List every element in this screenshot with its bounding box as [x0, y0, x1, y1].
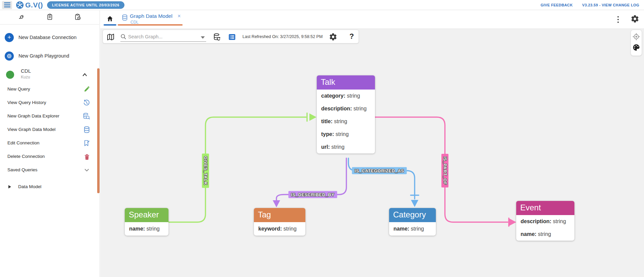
edge-gives-talk[interactable]: [168, 113, 316, 222]
settings-gear-icon[interactable]: [631, 14, 639, 25]
plus-icon: +: [5, 33, 14, 42]
connection-cdl[interactable]: CDL Kuzu: [0, 67, 98, 83]
node-title: Talk: [317, 75, 375, 90]
node-speaker[interactable]: Speaker namestring: [125, 208, 168, 236]
minimap-icon[interactable]: [107, 33, 115, 42]
top-bar: G.V() LICENSE ACTIVE UNTIL 20/03/2026 GI…: [0, 0, 644, 10]
tab-title: Graph Data Model: [130, 13, 173, 19]
last-refreshed-text: Last Refreshed On: 3/27/2025, 9:58:52 PM: [242, 34, 323, 39]
node-property: descriptionstring: [317, 102, 375, 115]
sidebar: + New Database Connection New Graph Play…: [0, 25, 100, 277]
node-title: Category: [389, 208, 436, 222]
query-history-clipboard-clock-icon[interactable]: [74, 13, 81, 22]
edge-is-categorized-as[interactable]: [348, 158, 419, 207]
node-property: descriptionstring: [516, 215, 574, 228]
history-clock-icon: [83, 99, 90, 108]
topbar-links: GIVE FEEDBACK V3.23.59 - VIEW CHANGE LOG: [540, 3, 644, 7]
connection-accent-strip: [97, 68, 100, 193]
home-tab-indicator: [104, 24, 116, 26]
chip-icon: [5, 51, 14, 61]
database-icon: [122, 14, 128, 22]
sidebar-item-view-query-history[interactable]: View Query History: [0, 96, 98, 110]
license-badge: LICENSE ACTIVE UNTIL 20/03/2026: [47, 1, 124, 9]
database-search-icon: [83, 113, 90, 121]
chevron-down-icon: [83, 167, 90, 175]
gv-app: G.V() LICENSE ACTIVE UNTIL 20/03/2026 GI…: [0, 0, 644, 277]
sidebar-item-new-query[interactable]: New Query: [0, 83, 98, 96]
node-property: namestring: [516, 228, 574, 241]
connection-name: CDL: [21, 68, 31, 74]
node-property: categorystring: [317, 90, 375, 102]
sidebar-item-data-model[interactable]: Data Model: [0, 181, 98, 194]
node-category[interactable]: Category namestring: [389, 208, 436, 236]
tab-bar: Graph Data Model × CDL: [100, 10, 644, 29]
tab-overflow-menu-icon[interactable]: [614, 15, 622, 24]
tab-home[interactable]: [104, 13, 116, 25]
edge-label-gives-talk[interactable]: GIVES_TALK: [202, 153, 209, 188]
sidebar-item-saved-queries[interactable]: Saved Queries: [0, 164, 98, 177]
sidebar-item-view-graph-data-model[interactable]: View Graph Data Model: [0, 123, 98, 137]
expand-caret-icon[interactable]: [8, 185, 11, 188]
edge-label-is-described-by[interactable]: IS_DESCRIBED_BY: [289, 191, 337, 198]
new-query-pen-icon: [83, 86, 90, 94]
hamburger-menu-button[interactable]: [2, 1, 12, 9]
edge-label-is-categorized-as[interactable]: IS_CATEGORIZED_AS: [352, 167, 407, 174]
give-feedback-link[interactable]: GIVE FEEDBACK: [540, 3, 573, 7]
new-graph-playground-label: New Graph Playground: [18, 53, 69, 59]
bookmark-edit-icon: [83, 140, 90, 148]
search-underline: [120, 41, 206, 42]
logo-text: G.V(): [25, 1, 43, 9]
node-property: namestring: [389, 222, 436, 236]
connection-status-dot: [6, 71, 14, 79]
node-title: Event: [516, 201, 574, 215]
connection-type: Kuzu: [21, 75, 30, 79]
queries-clipboard-icon[interactable]: [46, 13, 53, 22]
canvas-toolbar: Last Refreshed On: 3/27/2025, 9:58:52 PM…: [103, 30, 359, 43]
node-property: keywordstring: [254, 222, 305, 236]
sidebar-item-delete-connection[interactable]: Delete Connection: [0, 150, 98, 164]
tab-subtitle: CDL: [130, 20, 139, 25]
node-property: namestring: [125, 222, 168, 236]
chevron-up-icon[interactable]: [81, 71, 88, 79]
node-property: titlestring: [317, 115, 375, 128]
new-graph-playground-button[interactable]: New Graph Playground: [0, 48, 98, 64]
table-view-icon[interactable]: [228, 33, 236, 42]
refresh-schema-icon[interactable]: [213, 33, 221, 43]
search-input[interactable]: [128, 33, 195, 41]
active-tab-indicator: [118, 24, 183, 26]
database-icon: [83, 126, 90, 135]
node-property: typestring: [317, 128, 375, 141]
app-logo: G.V(): [16, 1, 43, 9]
center-viewport-crosshair-icon[interactable]: [632, 33, 640, 42]
sidebar-item-edit-connection[interactable]: Edit Connection: [0, 137, 98, 150]
sidebar-header: [0, 10, 100, 25]
node-property: urlstring: [317, 141, 375, 153]
edge-is-described-by[interactable]: [273, 158, 346, 207]
logo-graph-icon: [16, 1, 24, 9]
canvas-side-panel: [631, 30, 642, 56]
new-database-connection-button[interactable]: + New Database Connection: [0, 29, 98, 45]
node-event[interactable]: Event descriptionstring namestring: [516, 201, 574, 241]
version-changelog-link[interactable]: V3.23.59 - VIEW CHANGE LOG: [582, 3, 639, 7]
trash-icon: [84, 153, 90, 162]
node-title: Speaker: [125, 208, 168, 222]
edge-label-is-part-of[interactable]: IS_PART_OF: [442, 154, 449, 187]
style-palette-icon[interactable]: [632, 43, 640, 53]
new-database-connection-label: New Database Connection: [18, 35, 77, 40]
canvas-settings-gear-icon[interactable]: [329, 33, 337, 42]
node-tag[interactable]: Tag keywordstring: [254, 208, 305, 236]
connections-plug-icon[interactable]: [18, 13, 25, 22]
graph-canvas[interactable]: GIVES_TALK IS_DESCRIBED_BY IS_CATEGORIZE…: [100, 29, 644, 277]
search-dropdown-caret-icon[interactable]: [201, 36, 205, 39]
tab-graph-data-model[interactable]: Graph Data Model × CDL: [120, 11, 184, 25]
node-title: Tag: [254, 208, 305, 222]
node-talk[interactable]: Talk categorystring descriptionstring ti…: [317, 75, 375, 153]
search-icon: [120, 34, 126, 41]
home-icon: [106, 15, 114, 23]
help-icon[interactable]: ?: [349, 32, 354, 41]
sidebar-item-new-graph-data-explorer[interactable]: New Graph Data Explorer: [0, 110, 98, 123]
tab-close-icon[interactable]: ×: [178, 13, 181, 19]
